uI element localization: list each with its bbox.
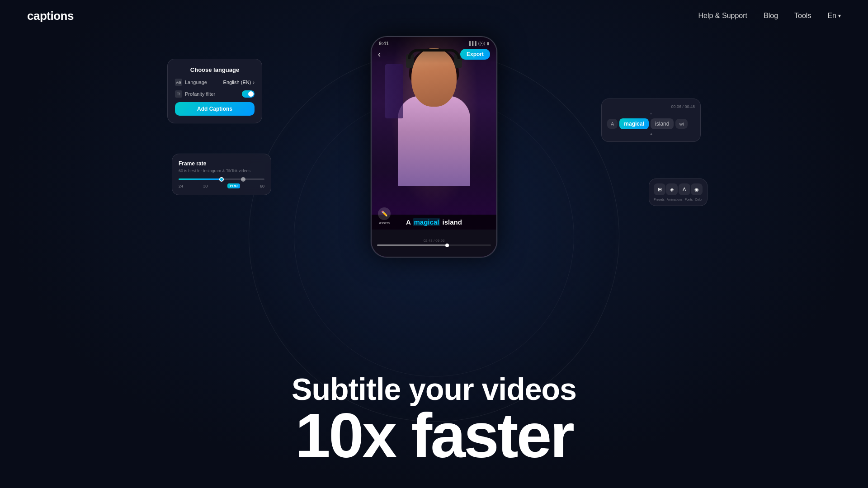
navbar: captions Help & Support Blog Tools En ▾ [0, 0, 868, 32]
framerate-value-60: 60 [260, 184, 264, 188]
tool-label-fonts: Fonts [685, 198, 693, 201]
nav-language-label: En [827, 12, 836, 20]
language-value: English (EN) › [223, 80, 255, 85]
panel-language-title: Choose language [175, 66, 255, 73]
framerate-value-30: 30 [203, 184, 208, 188]
mic-stand [385, 64, 403, 118]
tools-row: ⊞ ◈ A ◉ [654, 183, 703, 195]
word-chip-wi[interactable]: wi [675, 119, 687, 129]
language-label: Language [185, 80, 207, 85]
timeline-bar[interactable] [377, 244, 491, 246]
hero-subtitle-line2: 10x faster [0, 405, 868, 465]
subtitle-text-b: island [440, 218, 462, 226]
timeline-current-time: 00:06 [671, 104, 681, 109]
framerate-thumb-60 [241, 177, 245, 182]
tool-label-animations: Animations [667, 198, 683, 201]
subtitle-text-a: A [406, 218, 412, 226]
framerate-pro-badge: PRO [227, 183, 240, 188]
framerate-subtitle: 60 is best for Instagram & TikTok videos [179, 169, 264, 173]
phone-bottom-bar: 02:43 / 09:56 [372, 230, 496, 257]
nav-language[interactable]: En ▾ [827, 12, 841, 20]
panel-word-timeline: 00:06 / 00:48 ▾ A magical island wi ▴ [601, 99, 701, 142]
phone-timeline: 02:43 / 09:56 [372, 239, 496, 248]
tool-presets-button[interactable]: ⊞ [654, 183, 665, 195]
language-value-text: English (EN) [223, 80, 251, 85]
nav-help-support[interactable]: Help & Support [698, 12, 748, 20]
profanity-toggle[interactable] [242, 90, 255, 98]
timeline-indicator: ▾ [607, 112, 695, 116]
tool-animations-button[interactable]: ◈ [666, 183, 678, 195]
timeline-thumb [445, 244, 449, 247]
timeline-time-top: 00:06 / 00:48 [607, 104, 695, 109]
framerate-fill [179, 178, 222, 180]
panel-language-row: Aa Language English (EN) › [175, 79, 255, 86]
tool-color-button[interactable]: ◉ [691, 183, 703, 195]
language-icon: Aa [175, 79, 182, 86]
framerate-thumb-30 [219, 177, 224, 182]
panel-frame-rate: Frame rate 60 is best for Instagram & Ti… [172, 154, 271, 195]
tools-labels: Presets Animations Fonts Color [654, 198, 703, 201]
timeline-position-arrow: ▴ [607, 131, 695, 136]
phone-topbar: ‹ Export [372, 37, 496, 63]
assets-button[interactable]: ✏️ Assets [378, 207, 391, 225]
phone-frame: 9:41 ▐▐▐ ((•)) ▮ ‹ Export ✏️ Assets A ma… [371, 36, 497, 258]
timeline-time-display: 02:43 / 09:56 [424, 239, 445, 243]
panel-language-label-group: Aa Language [175, 79, 207, 86]
word-chip-island[interactable]: island [651, 118, 674, 129]
tool-fonts-button[interactable]: A [679, 183, 690, 195]
framerate-value-24: 24 [179, 184, 183, 188]
timeline-total-time: 00:48 [684, 104, 695, 109]
framerate-track [179, 178, 264, 180]
framerate-slider[interactable] [179, 178, 264, 180]
profanity-icon: T! [175, 90, 182, 98]
profanity-label: Profanity filter [185, 91, 215, 97]
add-captions-button[interactable]: Add Captions [175, 102, 255, 116]
language-chevron-icon: › [253, 80, 255, 85]
phone-back-button[interactable]: ‹ [378, 50, 381, 59]
logo[interactable]: captions [27, 9, 74, 23]
word-chip-a[interactable]: A [607, 119, 618, 129]
profanity-label-group: T! Profanity filter [175, 90, 215, 98]
tool-label-color: Color [695, 198, 703, 201]
nav-tools[interactable]: Tools [794, 12, 811, 20]
panel-edit-tools: ⊞ ◈ A ◉ Presets Animations Fonts Color [649, 178, 708, 206]
subtitle-text: A magical island [406, 218, 462, 226]
timeline-separator: / [681, 104, 685, 109]
panel-choose-language: Choose language Aa Language English (EN)… [167, 59, 262, 123]
export-button[interactable]: Export [460, 49, 490, 60]
word-chips: A magical island wi [607, 118, 695, 129]
subtitle-highlighted-word: magical [413, 218, 441, 226]
assets-icon: ✏️ [378, 207, 391, 220]
nav-blog[interactable]: Blog [764, 12, 778, 20]
framerate-values: 24 30 PRO 60 [179, 183, 264, 188]
panel-profanity-row: T! Profanity filter [175, 90, 255, 98]
chevron-down-icon: ▾ [838, 13, 841, 19]
person-body [398, 96, 470, 186]
hero-text-block: Subtitle your videos 10x faster [0, 373, 868, 465]
nav-links: Help & Support Blog Tools En ▾ [698, 12, 841, 20]
tool-label-presets: Presets [654, 198, 665, 201]
assets-label: Assets [379, 221, 390, 225]
framerate-title: Frame rate [179, 160, 264, 167]
timeline-progress [377, 244, 445, 246]
phone-wrapper: 9:41 ▐▐▐ ((•)) ▮ ‹ Export ✏️ Assets A ma… [371, 36, 497, 258]
word-chip-magical[interactable]: magical [619, 118, 649, 129]
